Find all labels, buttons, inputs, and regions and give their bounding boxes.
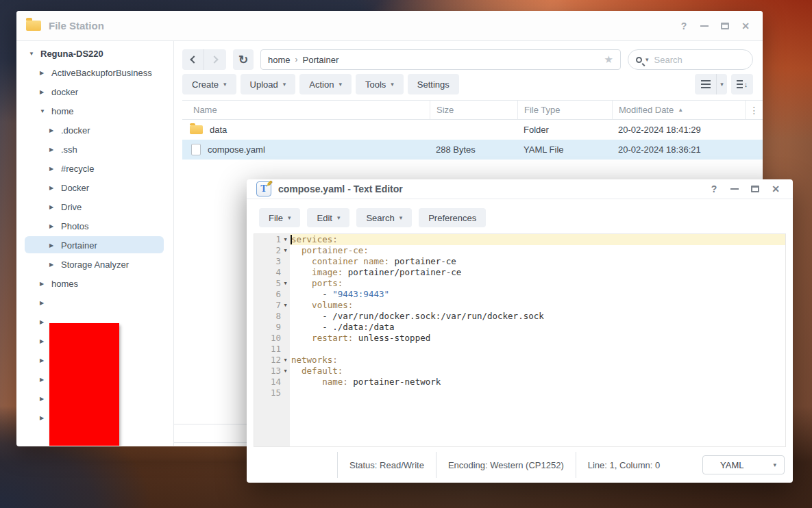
fold-icon[interactable]: ▼ <box>281 245 290 256</box>
code-line-15[interactable] <box>290 388 785 398</box>
code-line-9[interactable]: - ./data:/data <box>290 322 785 333</box>
refresh-button[interactable]: ↻ <box>233 49 254 70</box>
tree-collapsed-icon[interactable]: ▶ <box>49 262 58 268</box>
code-line-5[interactable]: ports: <box>290 278 785 289</box>
code-editor[interactable]: 1▼2▼345▼67▼89101112▼13▼1415 services: po… <box>254 233 786 447</box>
maximize-icon[interactable] <box>748 181 763 196</box>
code-line-11[interactable] <box>290 344 785 355</box>
help-icon[interactable]: ? <box>676 18 691 34</box>
sidebar-item-redacted[interactable]: ▶ <box>16 293 173 312</box>
code-line-1[interactable]: services: <box>290 234 785 245</box>
sidebar-item-reguna-ds220[interactable]: ▼Reguna-DS220 <box>16 44 173 63</box>
tree-collapsed-icon[interactable]: ▶ <box>40 300 48 306</box>
sidebar-item-photos[interactable]: ▶Photos <box>16 216 173 236</box>
menu-preferences[interactable]: Preferences <box>419 208 486 227</box>
sidebar-item-drive[interactable]: ▶Drive <box>16 197 173 216</box>
fold-icon[interactable]: ▼ <box>281 278 290 289</box>
view-mode-button[interactable] <box>695 74 717 94</box>
tree-collapsed-icon[interactable]: ▶ <box>40 70 48 76</box>
sidebar-item-ssh[interactable]: ▶.ssh <box>16 140 173 159</box>
close-icon[interactable]: ✕ <box>738 18 753 34</box>
code-line-4[interactable]: image: portainer/portainer-ce <box>290 267 785 278</box>
code-line-7[interactable]: volumes: <box>290 300 785 311</box>
column-header-filetype[interactable]: File Type <box>517 101 612 119</box>
code-line-6[interactable]: - "9443:9443" <box>290 289 785 300</box>
breadcrumb[interactable]: home › Portainer ★ <box>260 49 621 70</box>
sidebar-item-docker[interactable]: ▶Docker <box>16 178 173 197</box>
tree-collapsed-icon[interactable]: ▶ <box>40 415 48 421</box>
menu-edit[interactable]: Edit▾ <box>307 208 349 227</box>
fold-icon[interactable]: ▼ <box>281 366 290 377</box>
code-line-14[interactable]: name: portainer-network <box>290 377 785 388</box>
minimize-icon[interactable] <box>727 181 742 196</box>
upload-button[interactable]: Upload▾ <box>241 74 296 94</box>
tree-collapsed-icon[interactable]: ▶ <box>49 204 58 210</box>
code-line-3[interactable]: container name: portainer-ce <box>290 256 785 267</box>
tree-expanded-icon[interactable]: ▼ <box>29 51 37 57</box>
menu-search[interactable]: Search▾ <box>356 208 412 227</box>
code-line-2[interactable]: portainer-ce: <box>290 245 785 256</box>
upload-label: Upload <box>250 79 278 90</box>
table-row-data[interactable]: dataFolder20-02-2024 18:41:29 <box>182 120 763 140</box>
tree-collapsed-icon[interactable]: ▶ <box>40 338 48 344</box>
sidebar-item-docker[interactable]: ▶.docker <box>16 120 173 140</box>
sidebar-item-portainer[interactable]: ▶Portainer <box>16 236 173 255</box>
tree-collapsed-icon[interactable]: ▶ <box>49 127 58 134</box>
menu-file[interactable]: File▾ <box>259 208 300 227</box>
column-header-size[interactable]: Size <box>430 101 517 119</box>
column-options-icon[interactable]: ⋮ <box>745 101 763 119</box>
sort-button[interactable]: ↓ <box>731 74 753 94</box>
create-button[interactable]: Create▾ <box>182 74 236 94</box>
maximize-icon[interactable] <box>717 18 733 34</box>
code-line-8[interactable]: - /var/run/docker.sock:/var/run/docker.s… <box>290 311 785 322</box>
action-button[interactable]: Action▾ <box>299 74 352 94</box>
tree-collapsed-icon[interactable]: ▶ <box>40 89 48 95</box>
code-line-12[interactable]: networks: <box>290 355 785 366</box>
tools-button[interactable]: Tools▾ <box>356 74 404 94</box>
code-line-13[interactable]: default: <box>290 366 785 377</box>
tree-expanded-icon[interactable]: ▼ <box>40 108 48 114</box>
close-icon[interactable]: ✕ <box>768 181 783 196</box>
tree-collapsed-icon[interactable]: ▶ <box>40 396 48 402</box>
tree-collapsed-icon[interactable]: ▶ <box>40 357 48 364</box>
sidebar-item-docker[interactable]: ▶docker <box>16 82 173 101</box>
breadcrumb-home[interactable]: home <box>268 55 291 65</box>
favorite-star-icon[interactable]: ★ <box>604 53 613 66</box>
back-button[interactable] <box>182 49 204 70</box>
tree-collapsed-icon[interactable]: ▶ <box>49 147 58 153</box>
tree-collapsed-icon[interactable]: ▶ <box>40 377 48 383</box>
column-header-name[interactable]: Name <box>182 101 430 119</box>
tree-collapsed-icon[interactable]: ▶ <box>49 242 58 249</box>
sidebar-item-activebackupforbusiness[interactable]: ▶ActiveBackupforBusiness <box>16 63 173 82</box>
tree-collapsed-icon[interactable]: ▶ <box>49 185 58 191</box>
tree-collapsed-icon[interactable]: ▶ <box>40 281 48 287</box>
search-caret-icon[interactable]: ▾ <box>645 57 649 63</box>
minimize-icon[interactable] <box>697 18 712 34</box>
forward-button[interactable] <box>204 49 226 70</box>
breadcrumb-portainer[interactable]: Portainer <box>303 55 339 65</box>
chevron-down-icon: ▾ <box>283 81 286 88</box>
fold-icon[interactable]: ▼ <box>281 300 290 311</box>
chevron-down-icon: ▾ <box>288 215 291 221</box>
sidebar-item-storage-analyzer[interactable]: ▶Storage Analyzer <box>16 255 173 274</box>
text-editor-titlebar[interactable]: T compose.yaml - Text Editor ? ✕ <box>247 179 793 199</box>
fold-icon[interactable]: ▼ <box>281 355 290 366</box>
help-icon[interactable]: ? <box>706 181 722 196</box>
sidebar-item-recycle[interactable]: ▶#recycle <box>16 159 173 178</box>
syntax-select[interactable]: YAML ▾ <box>702 455 785 474</box>
column-header-modified[interactable]: Modified Date▲ <box>612 101 745 119</box>
table-row-compose-yaml[interactable]: compose.yaml288 BytesYAML File20-02-2024… <box>182 140 763 160</box>
fold-icon[interactable]: ▼ <box>281 234 290 245</box>
search-input[interactable]: ▾ Search <box>628 49 753 70</box>
tree-collapsed-icon[interactable]: ▶ <box>40 319 48 325</box>
sidebar-item-home[interactable]: ▼home <box>16 101 173 120</box>
code-line-10[interactable]: restart: unless-stopped <box>290 333 785 344</box>
tree-collapsed-icon[interactable]: ▶ <box>49 223 58 229</box>
file-station-titlebar[interactable]: File Station ? ✕ <box>16 11 763 41</box>
settings-button[interactable]: Settings <box>408 74 459 94</box>
sidebar-item-homes[interactable]: ▶homes <box>16 274 173 293</box>
sidebar-item-label: Storage Analyzer <box>61 259 129 270</box>
tree-collapsed-icon[interactable]: ▶ <box>49 166 58 172</box>
view-mode-caret-icon[interactable]: ▾ <box>717 74 727 94</box>
code-token: - /var/run/docker.sock:/var/run/docker.s… <box>291 311 544 321</box>
